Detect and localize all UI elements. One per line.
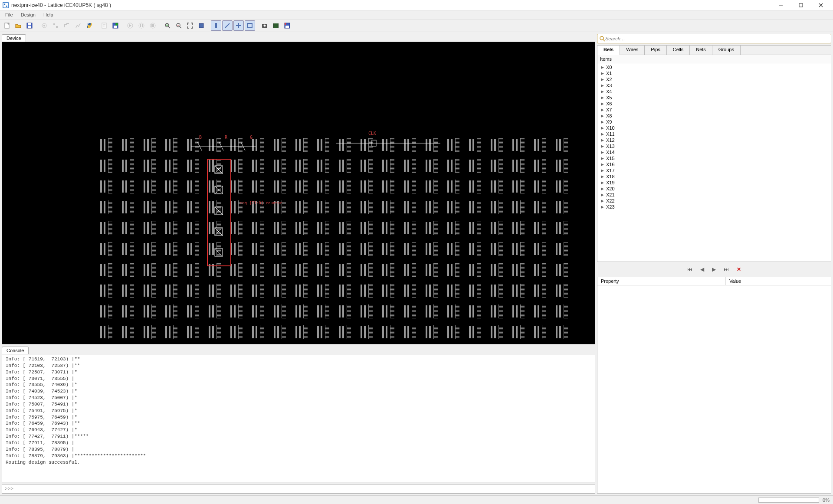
device-tile[interactable] (184, 239, 201, 258)
expand-caret-icon[interactable]: ▶ (601, 120, 604, 124)
device-tile[interactable] (271, 239, 288, 258)
device-tile[interactable] (380, 260, 397, 278)
device-tab[interactable]: Device (2, 34, 26, 42)
close-button[interactable] (811, 0, 830, 10)
device-tile[interactable] (401, 260, 418, 278)
device-tile[interactable] (119, 156, 136, 174)
device-tile[interactable] (358, 260, 375, 278)
device-tile[interactable] (401, 177, 418, 195)
device-tile[interactable] (488, 219, 505, 237)
device-tile[interactable] (445, 302, 462, 320)
device-tile[interactable] (293, 260, 310, 278)
device-tile[interactable] (336, 260, 353, 278)
zoom-out-button[interactable] (174, 20, 184, 31)
tab-cells[interactable]: Cells (667, 46, 690, 55)
device-tile[interactable] (141, 156, 158, 174)
device-tile[interactable] (163, 198, 180, 216)
screenshot-button[interactable] (259, 20, 270, 31)
pause-button[interactable] (136, 20, 147, 31)
device-tile[interactable] (358, 281, 375, 299)
device-tile[interactable] (466, 156, 483, 174)
device-tile[interactable] (336, 198, 353, 216)
device-tile[interactable] (466, 302, 483, 320)
device-tile[interactable] (488, 156, 505, 174)
line-mode-button[interactable] (211, 20, 221, 31)
device-tile[interactable] (119, 260, 136, 278)
device-tile[interactable] (466, 239, 483, 258)
device-tile[interactable] (119, 198, 136, 216)
device-tile[interactable] (445, 177, 462, 195)
tree-item[interactable]: ▶X3 (597, 82, 831, 88)
device-tile[interactable] (293, 156, 310, 174)
device-tile[interactable] (141, 198, 158, 216)
device-tile[interactable] (293, 302, 310, 320)
device-tile[interactable] (228, 323, 245, 341)
device-tile[interactable] (510, 156, 527, 174)
device-tile[interactable] (401, 344, 418, 344)
device-tile[interactable] (423, 323, 440, 341)
device-tile[interactable] (423, 281, 440, 299)
device-tile[interactable] (466, 323, 483, 341)
device-tile[interactable] (488, 135, 505, 154)
device-tile[interactable] (141, 239, 158, 258)
device-tile[interactable] (553, 219, 570, 237)
tab-nets[interactable]: Nets (690, 46, 712, 55)
device-tile[interactable] (163, 281, 180, 299)
device-tile[interactable] (488, 302, 505, 320)
device-tile[interactable] (98, 260, 115, 278)
save-svg-button[interactable] (282, 20, 292, 31)
device-tile[interactable] (401, 281, 418, 299)
expand-caret-icon[interactable]: ▶ (601, 83, 604, 88)
device-tile[interactable] (184, 198, 201, 216)
device-tile[interactable] (423, 156, 440, 174)
device-tile[interactable] (358, 219, 375, 237)
menu-design[interactable]: Design (17, 11, 39, 18)
device-tile[interactable] (206, 323, 223, 341)
tree-item[interactable]: ▶X15 (597, 155, 831, 161)
device-tile[interactable] (445, 198, 462, 216)
device-tile[interactable] (163, 260, 180, 278)
device-tile[interactable] (249, 239, 266, 258)
save-button[interactable] (24, 20, 35, 31)
tab-wires[interactable]: Wires (620, 46, 645, 55)
device-tile[interactable] (271, 177, 288, 195)
expand-caret-icon[interactable]: ▶ (601, 138, 604, 142)
device-tile[interactable] (98, 281, 115, 299)
device-tile[interactable] (119, 323, 136, 341)
nav-last-button[interactable]: ⏭ (724, 266, 729, 272)
device-tile[interactable] (293, 323, 310, 341)
device-tile[interactable] (380, 177, 397, 195)
expand-caret-icon[interactable]: ▶ (601, 168, 604, 173)
expand-caret-icon[interactable]: ▶ (601, 199, 604, 203)
device-tile[interactable] (553, 281, 570, 299)
device-tile[interactable] (531, 156, 548, 174)
zoom-selection-button[interactable] (196, 20, 207, 31)
menu-help[interactable]: Help (40, 11, 57, 18)
device-tile[interactable] (510, 260, 527, 278)
device-tile[interactable] (206, 302, 223, 320)
device-tile[interactable] (510, 323, 527, 341)
device-tile[interactable] (553, 260, 570, 278)
tree-item[interactable]: ▶X22 (597, 198, 831, 204)
device-tile[interactable] (380, 239, 397, 258)
device-tile[interactable] (336, 344, 353, 344)
device-tile[interactable] (488, 260, 505, 278)
tree-item[interactable]: ▶X7 (597, 107, 831, 113)
tree-item[interactable]: ▶X2 (597, 76, 831, 82)
device-tile[interactable] (249, 156, 266, 174)
device-tile[interactable] (336, 177, 353, 195)
device-tile[interactable] (423, 177, 440, 195)
tree-item[interactable]: ▶X18 (597, 173, 831, 180)
device-tile[interactable] (184, 302, 201, 320)
device-tile[interactable] (358, 198, 375, 216)
rect-mode-button[interactable] (245, 20, 255, 31)
device-tile[interactable] (119, 239, 136, 258)
device-tile[interactable] (553, 135, 570, 154)
assign-button[interactable] (99, 20, 109, 31)
device-tile[interactable] (336, 302, 353, 320)
device-tile[interactable] (488, 281, 505, 299)
device-tile[interactable] (358, 302, 375, 320)
device-tile[interactable] (553, 323, 570, 341)
tree-item[interactable]: ▶X6 (597, 101, 831, 107)
device-tile[interactable] (315, 156, 331, 174)
